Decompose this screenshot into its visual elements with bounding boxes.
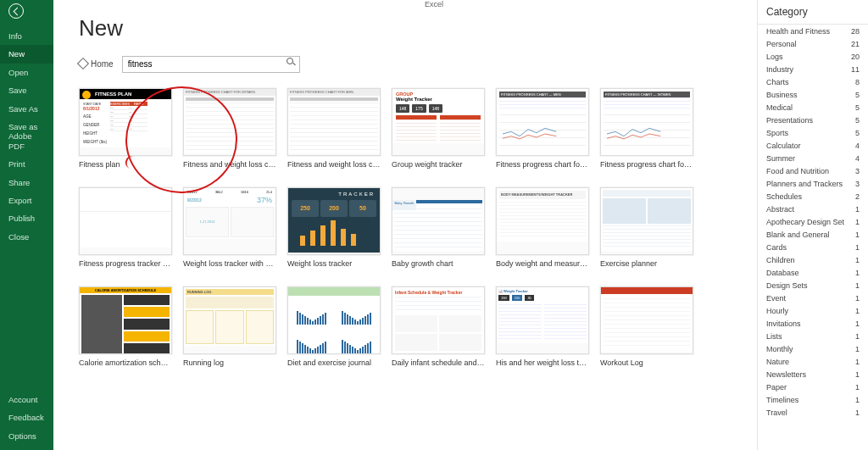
template-label: Daily infant schedule and weigh... xyxy=(392,358,485,367)
template-tile[interactable]: Fitness progress tracker for men... xyxy=(79,187,172,268)
template-tile[interactable]: BODY MEASUREMENTS/WEIGHT TRACKERBody wei… xyxy=(496,187,589,268)
category-item[interactable]: Food and Nutrition3 xyxy=(758,164,868,177)
sidebar-item-saveas[interactable]: Save As xyxy=(0,100,53,118)
category-item[interactable]: Sports5 xyxy=(758,126,868,139)
sidebar-item-info[interactable]: Info xyxy=(0,27,53,45)
search-input[interactable] xyxy=(122,56,300,73)
category-count: 3 xyxy=(855,180,860,188)
category-name: Calculator xyxy=(766,142,801,150)
category-list[interactable]: Health and Fitness28Personal21Logs20Indu… xyxy=(758,25,868,450)
sidebar-item-options[interactable]: Options xyxy=(0,427,53,445)
category-item[interactable]: Presentations5 xyxy=(758,114,868,126)
category-item[interactable]: Lists1 xyxy=(758,330,868,342)
category-name: Travel xyxy=(766,408,787,417)
sidebar-item-feedback[interactable]: Feedback xyxy=(0,408,53,426)
template-thumbnail: Infant Schedule & Weight Tracker xyxy=(392,286,485,354)
category-count: 1 xyxy=(855,307,860,315)
category-item[interactable]: Abstract1 xyxy=(758,203,868,215)
sidebar-item-export[interactable]: Export xyxy=(0,192,53,209)
category-item[interactable]: Children1 xyxy=(758,253,868,266)
category-item[interactable]: Blank and General1 xyxy=(758,228,868,241)
template-tile[interactable]: Baby GrowthBaby growth chart xyxy=(392,187,485,268)
category-count: 1 xyxy=(855,281,860,290)
category-item[interactable]: Industry11 xyxy=(758,63,868,75)
category-count: 1 xyxy=(855,294,860,303)
category-item[interactable]: Calculator4 xyxy=(758,139,868,152)
category-item[interactable]: Medical5 xyxy=(758,101,868,114)
template-tile[interactable]: 9/23/12384.2163.621.49/23/1237%1.27.2014… xyxy=(183,187,276,268)
template-label: Workout Log xyxy=(600,358,693,367)
template-tile[interactable]: GROUPWeight Tracker148175148Group weight… xyxy=(392,88,485,169)
sidebar-item-save[interactable]: Save xyxy=(0,81,53,99)
sidebar-item-share[interactable]: Share xyxy=(0,174,53,192)
category-item[interactable]: Charts8 xyxy=(758,75,868,88)
category-item[interactable]: Logs20 xyxy=(758,50,868,63)
category-item[interactable]: Personal21 xyxy=(758,37,868,50)
category-name: Industry xyxy=(766,65,793,74)
template-tile[interactable]: Workout Log xyxy=(600,286,693,367)
category-name: Invitations xyxy=(766,319,801,328)
home-link[interactable]: Home xyxy=(79,59,114,69)
sidebar-item-open[interactable]: Open xyxy=(0,64,53,81)
back-button[interactable] xyxy=(0,0,53,22)
back-arrow-icon xyxy=(8,3,24,19)
category-count: 11 xyxy=(851,65,860,74)
category-item[interactable]: Invitations1 xyxy=(758,317,868,330)
category-name: Cards xyxy=(766,243,787,252)
category-header: Category xyxy=(758,0,868,25)
category-item[interactable]: Schedules2 xyxy=(758,190,868,203)
template-tile[interactable]: Diet and exercise journal xyxy=(287,286,381,367)
category-count: 1 xyxy=(855,396,860,404)
category-item[interactable]: Apothecary Design Set1 xyxy=(758,215,868,228)
category-item[interactable]: Design Sets1 xyxy=(758,279,868,292)
category-count: 1 xyxy=(855,370,860,379)
template-search xyxy=(122,55,300,73)
category-item[interactable]: Nature1 xyxy=(758,355,868,368)
template-label: Weight loss tracker xyxy=(287,259,381,268)
template-tile[interactable]: Exercise planner xyxy=(600,187,693,268)
search-icon[interactable] xyxy=(287,58,297,68)
template-tile[interactable]: CALORIE AMORTIZATION SCHEDULECalorie amo… xyxy=(79,286,172,367)
template-tile[interactable]: 📊 Weight Tracker19015535His and her weig… xyxy=(496,286,589,367)
category-item[interactable]: Database1 xyxy=(758,266,868,279)
category-item[interactable]: Timelines1 xyxy=(758,393,868,406)
template-tile[interactable]: FITNESS PROGRESS CHART — MENFitness prog… xyxy=(496,88,589,169)
template-tile[interactable]: FITNESS PROGRESS CHART FOR WOMENFitness … xyxy=(183,88,276,169)
template-tile[interactable]: FITNESS PROGRESS CHART FOR MENFitness an… xyxy=(287,88,381,169)
category-name: Design Sets xyxy=(766,281,808,290)
category-count: 3 xyxy=(855,167,860,175)
template-thumbnail: CALORIE AMORTIZATION SCHEDULE xyxy=(79,286,172,354)
template-label: Exercise planner xyxy=(600,259,693,268)
category-item[interactable]: Newsletters1 xyxy=(758,368,868,381)
sidebar-item-print[interactable]: Print xyxy=(0,155,53,173)
sidebar-item-publish[interactable]: Publish xyxy=(0,209,53,227)
template-tile[interactable]: FITNESS PLAN START DATE6/1/2012 AGEGENDE… xyxy=(79,88,172,169)
category-item[interactable]: Paper1 xyxy=(758,381,868,393)
template-label: Running log xyxy=(183,358,276,367)
category-item[interactable]: Cards1 xyxy=(758,241,868,253)
template-thumbnail: FITNESS PLAN START DATE6/1/2012 AGEGENDE… xyxy=(79,88,172,156)
sidebar-item-saveadobe[interactable]: Save as Adobe PDF xyxy=(0,118,53,155)
category-item[interactable]: Summer4 xyxy=(758,152,868,164)
category-name: Medical xyxy=(766,103,793,112)
category-item[interactable]: Health and Fitness28 xyxy=(758,25,868,37)
template-tile[interactable]: FITNESS PROGRESS CHART — WOMENFitness pr… xyxy=(600,88,693,169)
category-item[interactable]: Monthly1 xyxy=(758,342,868,355)
category-name: Abstract xyxy=(766,205,794,214)
category-name: Lists xyxy=(766,332,782,341)
category-item[interactable]: Hourly1 xyxy=(758,304,868,317)
category-item[interactable]: Travel1 xyxy=(758,406,868,419)
template-tile[interactable]: RUNNING LOGRunning log xyxy=(183,286,276,367)
category-item[interactable]: Planners and Trackers3 xyxy=(758,177,868,190)
category-count: 28 xyxy=(851,27,860,36)
template-tile[interactable]: TRACKER25020050Weight loss tracker xyxy=(287,187,381,268)
sidebar-item-account[interactable]: Account xyxy=(0,391,53,408)
sidebar-item-new[interactable]: New xyxy=(0,45,53,63)
home-icon xyxy=(77,58,89,69)
category-item[interactable]: Event1 xyxy=(758,292,868,304)
category-item[interactable]: Business5 xyxy=(758,88,868,101)
template-thumbnail: 📊 Weight Tracker19015535 xyxy=(496,286,589,354)
template-tile[interactable]: Infant Schedule & Weight TrackerDaily in… xyxy=(392,286,485,367)
template-thumbnail: 9/23/12384.2163.621.49/23/1237%1.27.2014 xyxy=(183,187,276,255)
sidebar-item-close[interactable]: Close xyxy=(0,228,53,246)
